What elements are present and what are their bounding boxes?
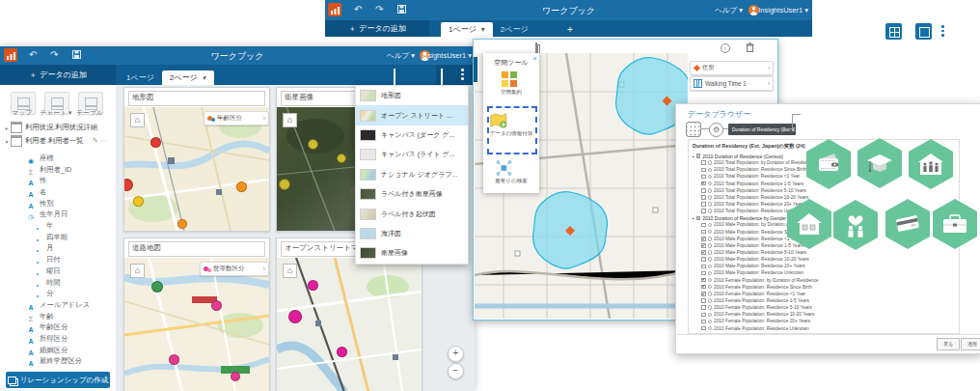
- checkbox[interactable]: [696, 154, 701, 158]
- undo-icon[interactable]: ↶: [354, 5, 362, 14]
- field-item[interactable]: 性別: [0, 198, 116, 209]
- checkbox[interactable]: [701, 230, 706, 235]
- card-view-toggle-icon[interactable]: [885, 23, 902, 40]
- checkbox[interactable]: [701, 250, 706, 255]
- field-item[interactable]: 利用者_ID: [0, 164, 116, 176]
- checkbox[interactable]: [701, 278, 706, 283]
- field-item[interactable]: 月: [0, 243, 116, 255]
- save-icon[interactable]: [397, 5, 406, 14]
- new-page-button[interactable]: +: [561, 22, 579, 37]
- field-item[interactable]: 性: [0, 175, 116, 186]
- dataset-options-icon[interactable]: ⋯: [100, 137, 109, 144]
- field-item[interactable]: 日付: [0, 254, 116, 265]
- info-icon[interactable]: [708, 160, 713, 165]
- variable-row[interactable]: 2010 Total Population: Residence 10-20 Y…: [693, 194, 957, 201]
- page-options-icon[interactable]: [941, 25, 944, 39]
- insights-logo-icon[interactable]: [4, 48, 17, 62]
- variable-row[interactable]: 2010 Male Population: Residence Unknown: [693, 269, 957, 276]
- checkbox[interactable]: [701, 292, 706, 296]
- page-options-icon[interactable]: [461, 69, 464, 82]
- dataset-selector[interactable]: Duration of Residency (Est. J..: [728, 124, 796, 135]
- field-item[interactable]: 年齢: [0, 311, 116, 322]
- back-button[interactable]: 戻る: [937, 338, 960, 350]
- info-icon[interactable]: [708, 230, 713, 235]
- redo-icon[interactable]: ↷: [50, 50, 58, 60]
- checkbox[interactable]: [701, 298, 706, 303]
- checkbox[interactable]: [701, 265, 706, 269]
- user-menu[interactable]: InsightsUser1 ▾: [422, 51, 472, 60]
- topographic-map[interactable]: ⌂ 年齢区分›: [124, 107, 269, 231]
- info-icon[interactable]: [708, 195, 713, 200]
- road-map[interactable]: ⌂ 世帯数区分›: [124, 258, 269, 391]
- help-menu[interactable]: ヘルプ ▾: [715, 6, 743, 15]
- basemap-option[interactable]: ナショナル ジオグラフ...: [356, 165, 468, 184]
- variable-row[interactable]: 2010 Male Population: Residence 20+ Year…: [693, 263, 957, 269]
- address-legend-chip[interactable]: 住所›: [690, 61, 774, 75]
- info-icon[interactable]: [708, 202, 713, 207]
- home-button[interactable]: ⌂: [283, 264, 297, 278]
- card-title[interactable]: 地形図: [128, 91, 265, 106]
- info-icon[interactable]: [708, 271, 713, 276]
- checkbox[interactable]: [701, 209, 706, 213]
- checkbox[interactable]: [701, 188, 706, 193]
- field-item[interactable]: 曜日: [0, 265, 116, 277]
- spatial-aggregation-tool[interactable]: 空間集約: [501, 70, 522, 96]
- basemap-option[interactable]: キャンバス (ダーク グ...: [356, 126, 468, 145]
- zoom-in-button[interactable]: +: [448, 346, 464, 362]
- basemap-option[interactable]: 地形図: [356, 86, 468, 105]
- help-menu[interactable]: ヘルプ ▾: [387, 51, 415, 61]
- field-item[interactable]: 時間: [0, 277, 116, 289]
- field-item[interactable]: 四半期: [0, 232, 116, 243]
- info-icon[interactable]: [708, 265, 713, 269]
- field-item[interactable]: 年齢区分: [0, 322, 116, 334]
- checkbox[interactable]: [701, 257, 706, 262]
- page-tab[interactable]: 1ページ▾: [441, 22, 493, 37]
- checkbox[interactable]: [701, 313, 706, 318]
- info-icon[interactable]: [708, 188, 713, 193]
- variable-row[interactable]: 2010 Male Population: Residence 10-20 Ye…: [693, 256, 957, 263]
- field-item[interactable]: 最終学歴区分: [0, 356, 116, 368]
- variable-row[interactable]: 2010 Female Population: Residence 1-5 Ye…: [693, 297, 957, 304]
- checkbox[interactable]: [701, 285, 706, 290]
- field-item[interactable]: 名: [0, 186, 116, 198]
- field-item[interactable]: 所得区分: [0, 333, 116, 345]
- info-icon[interactable]: [708, 313, 713, 318]
- checkbox[interactable]: [701, 223, 706, 228]
- info-icon[interactable]: [708, 175, 713, 180]
- legend-chip[interactable]: 年齢区分›: [204, 111, 269, 126]
- checkbox[interactable]: [701, 237, 706, 241]
- checkbox[interactable]: [701, 160, 706, 165]
- field-item[interactable]: 座標: [0, 153, 116, 164]
- info-icon[interactable]: [708, 292, 713, 296]
- save-icon[interactable]: [72, 50, 81, 59]
- home-button[interactable]: ⌂: [130, 113, 145, 127]
- add-data-button[interactable]: ＋ データの追加: [325, 20, 429, 37]
- variable-row[interactable]: 2010 Female Population: Residence 10-20 …: [693, 311, 957, 318]
- checkbox[interactable]: [701, 182, 706, 186]
- delete-icon[interactable]: [746, 42, 754, 52]
- basemap-option[interactable]: ラベル付き起伏図: [356, 204, 468, 223]
- checkbox[interactable]: [701, 305, 706, 310]
- zoom-out-button[interactable]: −: [448, 363, 464, 379]
- info-icon[interactable]: [708, 278, 713, 283]
- info-icon[interactable]: [708, 257, 713, 262]
- checkbox[interactable]: [701, 320, 706, 324]
- info-icon[interactable]: [708, 237, 713, 241]
- variable-row[interactable]: 2010 Female Population: Residence 20+ Ye…: [693, 318, 957, 324]
- rename-dataset-icon[interactable]: ✎: [93, 137, 100, 144]
- home-button[interactable]: ⌂: [283, 113, 297, 127]
- redo-icon[interactable]: ↷: [375, 5, 383, 14]
- basemap-option[interactable]: 海洋図: [356, 224, 468, 243]
- layout-view-icon[interactable]: [915, 23, 932, 40]
- create-relationship-button[interactable]: リレーションシップの作成: [6, 372, 110, 388]
- undo-icon[interactable]: ↶: [29, 50, 37, 60]
- page-tab[interactable]: 1ページ▾: [119, 70, 162, 85]
- variable-row[interactable]: 2010 Total Population: Residence 5-10 Ye…: [693, 187, 957, 194]
- openstreetmap-map[interactable]: ⌂: [277, 258, 422, 391]
- card-title[interactable]: 道路地図: [128, 241, 265, 257]
- legend-chip[interactable]: 世帯数区分›: [200, 262, 269, 276]
- basemap-option[interactable]: 衛星画像: [356, 243, 468, 263]
- info-icon[interactable]: [708, 250, 713, 255]
- variable-row[interactable]: 2010 Female Population: Residence <1 Yea…: [693, 291, 957, 297]
- map-card-topographic[interactable]: 地形図 ⌂ 年齢区分›: [123, 87, 270, 232]
